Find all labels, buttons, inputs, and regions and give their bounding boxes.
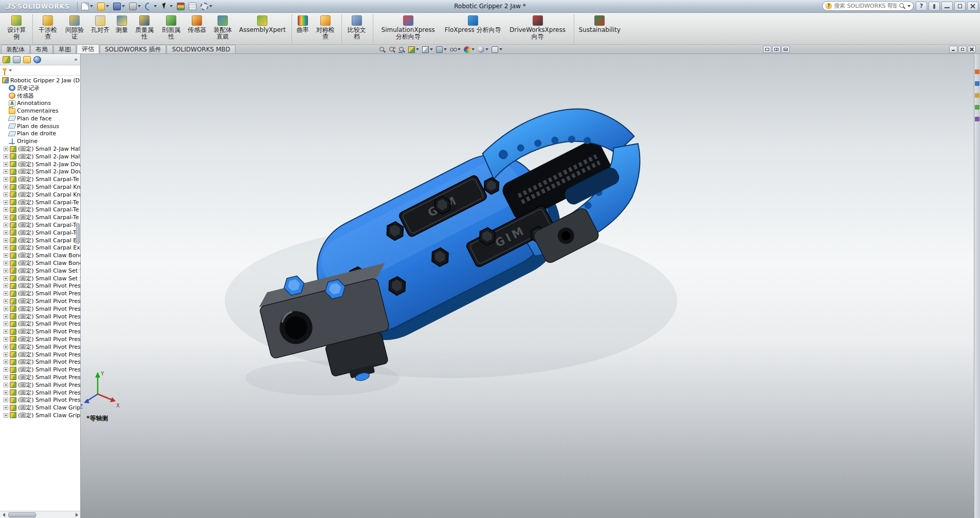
- expand-plus-icon[interactable]: [4, 329, 8, 334]
- expand-plus-icon[interactable]: [4, 291, 8, 296]
- quick-access-button[interactable]: [112, 1, 126, 12]
- task-pane-tab-icon[interactable]: [975, 105, 979, 110]
- window-button[interactable]: [954, 2, 966, 11]
- expand-plus-icon[interactable]: [4, 375, 8, 380]
- manager-tab[interactable]: [13, 56, 21, 63]
- filter-caret-icon[interactable]: [9, 69, 12, 72]
- command-tab[interactable]: 布局: [30, 45, 53, 53]
- view-toolbar-button[interactable]: [449, 45, 461, 53]
- task-pane-tab-icon[interactable]: [975, 93, 979, 98]
- search-icon[interactable]: [899, 3, 905, 9]
- tree-item[interactable]: (固定) Small 2-Jaw Half: [0, 145, 80, 153]
- tree-item[interactable]: (固定) Small Pivot Pres: [0, 343, 80, 351]
- expand-plus-icon[interactable]: [4, 390, 8, 395]
- graphics-viewport[interactable]: GIM GIM: [81, 54, 974, 518]
- quick-access-button[interactable]: [159, 1, 174, 12]
- command-tab[interactable]: SOLIDWORKS MBD: [167, 45, 235, 53]
- ribbon-button[interactable]: 孔对齐: [88, 14, 113, 43]
- expand-plus-icon[interactable]: [4, 147, 8, 151]
- tree-item[interactable]: (固定) Small 2-Jaw Dov: [0, 160, 80, 168]
- tree-item[interactable]: (固定) Small Claw Set S: [0, 275, 80, 282]
- quick-access-button[interactable]: [80, 1, 95, 12]
- expand-plus-icon[interactable]: [4, 405, 8, 410]
- task-pane-tab-icon[interactable]: [975, 81, 979, 86]
- tree-item[interactable]: (固定) Small Carpal Ext: [0, 244, 80, 252]
- tree-item[interactable]: 传感器: [0, 92, 80, 100]
- expand-plus-icon[interactable]: [4, 169, 8, 174]
- ribbon-button[interactable]: 干涉检查: [34, 14, 61, 43]
- tree-item[interactable]: (固定) Small 2-Jaw Dov: [0, 168, 80, 176]
- expand-plus-icon[interactable]: [4, 223, 8, 227]
- tree-item[interactable]: (固定) Small Pivot Pres: [0, 297, 80, 305]
- search-caret-icon[interactable]: [908, 5, 911, 7]
- view-toolbar-button[interactable]: [491, 45, 503, 53]
- tree-item[interactable]: (固定) Small Pivot Pres: [0, 328, 80, 335]
- expand-plus-icon[interactable]: [4, 207, 8, 212]
- expand-plus-icon[interactable]: [4, 162, 8, 167]
- tree-scrollbar-thumb[interactable]: [76, 223, 80, 244]
- viewport-pane-button[interactable]: [782, 46, 790, 53]
- ribbon-button[interactable]: 间隙验证: [61, 14, 88, 43]
- expand-plus-icon[interactable]: [4, 245, 8, 250]
- document-window-button[interactable]: [949, 46, 957, 53]
- ribbon-button[interactable]: AssemblyXpert: [236, 14, 292, 43]
- ribbon-button[interactable]: 装配体直观: [209, 14, 236, 43]
- tree-item[interactable]: Origine: [0, 137, 80, 145]
- expand-plus-icon[interactable]: [4, 383, 8, 387]
- tree-item[interactable]: (固定) Small 2-Jaw Half: [0, 153, 80, 160]
- tree-item[interactable]: (固定) Small Claw Bone: [0, 252, 80, 259]
- tree-item[interactable]: 历史记录: [0, 84, 80, 92]
- quick-access-button[interactable]: [96, 1, 111, 12]
- expand-plus-icon[interactable]: [4, 261, 8, 265]
- tree-item[interactable]: (固定) Small Pivot Pres: [0, 396, 80, 404]
- tree-item[interactable]: (固定) Small Pivot Pres: [0, 366, 80, 373]
- tree-item[interactable]: (固定) Small Pivot Pres: [0, 282, 80, 290]
- expand-plus-icon[interactable]: [4, 367, 8, 372]
- ribbon-button[interactable]: 剖面属性: [158, 14, 185, 43]
- horizontal-scrollbar-thumb[interactable]: [8, 512, 36, 517]
- expand-plus-icon[interactable]: [4, 215, 8, 220]
- document-window-button[interactable]: [968, 46, 976, 53]
- window-button[interactable]: [967, 2, 978, 11]
- expand-plus-icon[interactable]: [4, 253, 8, 258]
- task-pane-strip[interactable]: [974, 54, 980, 518]
- tree-item[interactable]: Robotic Gripper 2 Jaw (D: [0, 77, 80, 84]
- ribbon-button[interactable]: SimulationXpress 分析向导: [375, 14, 442, 43]
- expand-plus-icon[interactable]: [4, 200, 8, 205]
- tree-item[interactable]: (固定) Small Carpal-Te: [0, 175, 80, 183]
- manager-tab[interactable]: [33, 56, 41, 63]
- expand-plus-icon[interactable]: [4, 307, 8, 311]
- quick-access-button[interactable]: [187, 1, 198, 12]
- expand-plus-icon[interactable]: [4, 185, 8, 189]
- ribbon-button[interactable]: 比较文档: [343, 14, 373, 43]
- expand-plus-icon[interactable]: [4, 314, 8, 319]
- tree-item[interactable]: (固定) Small Pivot Pres: [0, 335, 80, 343]
- expand-plus-icon[interactable]: [4, 345, 8, 349]
- tree-item[interactable]: Plan de face: [0, 115, 80, 122]
- tree-item[interactable]: (固定) Small Pivot Pres: [0, 389, 80, 397]
- tree-item[interactable]: (固定) Small Pivot Pres: [0, 290, 80, 297]
- expand-plus-icon[interactable]: [4, 413, 8, 418]
- ribbon-button[interactable]: Sustainability: [576, 14, 624, 43]
- panel-horizontal-scrollbar[interactable]: [0, 511, 80, 518]
- task-pane-tab-icon[interactable]: [975, 117, 979, 121]
- expand-plus-icon[interactable]: [4, 398, 8, 402]
- tree-item[interactable]: (固定) Small Carpal Ext: [0, 237, 80, 244]
- task-pane-tab-icon[interactable]: [975, 69, 979, 74]
- window-button[interactable]: [916, 2, 927, 11]
- tree-item[interactable]: Plan de dessus: [0, 122, 80, 130]
- tree-item[interactable]: (固定) Small Carpal-Te: [0, 229, 80, 237]
- tree-item[interactable]: (固定) Small Pivot Pres: [0, 305, 80, 313]
- expand-plus-icon[interactable]: [4, 192, 8, 197]
- ribbon-button[interactable]: 曲率: [294, 14, 312, 43]
- view-toolbar-button[interactable]: [463, 45, 475, 53]
- view-toolbar-button[interactable]: [378, 45, 386, 53]
- expand-plus-icon[interactable]: [4, 269, 8, 273]
- tree-item[interactable]: (固定) Small Carpal Kn: [0, 183, 80, 191]
- view-toolbar-button[interactable]: [422, 45, 433, 53]
- search-input[interactable]: [834, 3, 897, 9]
- command-tab[interactable]: SOLIDWORKS 插件: [100, 45, 166, 53]
- quick-access-button[interactable]: [143, 1, 158, 12]
- view-toolbar-button[interactable]: [408, 45, 420, 53]
- tree-item[interactable]: (固定) Small Carpal-Te: [0, 206, 80, 214]
